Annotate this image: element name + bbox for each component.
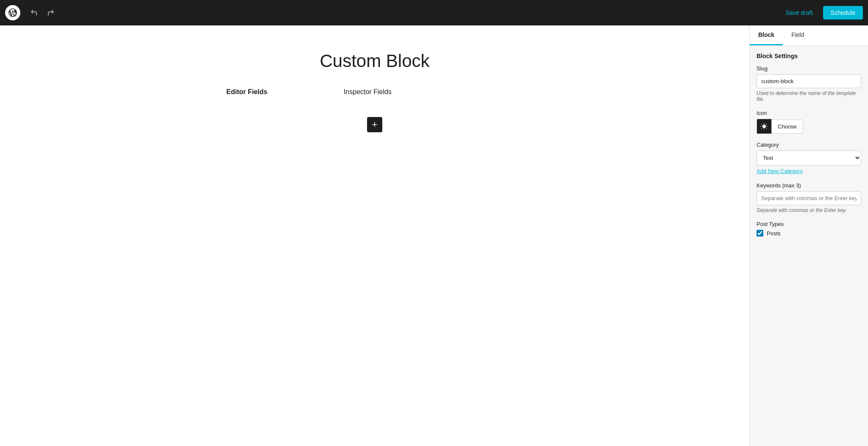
post-types-group: Post Types Posts	[757, 221, 861, 237]
add-block-button[interactable]: +	[367, 117, 382, 132]
posts-checkbox-row: Posts	[757, 230, 861, 237]
post-types-label: Post Types	[757, 221, 861, 227]
tab-field[interactable]: Field	[783, 25, 812, 45]
save-draft-button[interactable]: Save draft	[781, 7, 818, 19]
fields-row: Editor Fields Inspector Fields	[226, 88, 523, 96]
posts-checkbox-label: Posts	[767, 230, 781, 237]
editor-fields-label: Editor Fields	[226, 88, 267, 96]
sidebar-content: Block Settings Slug Used to determine th…	[750, 46, 868, 251]
icon-label: Icon	[757, 110, 861, 116]
icon-group: Icon Choose	[757, 110, 861, 134]
slug-label: Slug	[757, 65, 861, 72]
sidebar-tabs: Block Field	[750, 25, 868, 46]
posts-checkbox[interactable]	[757, 230, 763, 237]
category-group: Category Text Add New Category	[757, 142, 861, 175]
icon-choose-button[interactable]: Choose	[772, 120, 803, 134]
nav-buttons	[27, 6, 58, 20]
keywords-group: Keywords (max 3) Separate with commas or…	[757, 182, 861, 213]
icon-preview	[757, 119, 772, 134]
main-layout: Custom Block Editor Fields Inspector Fie…	[0, 25, 868, 446]
icon-row: Choose	[757, 119, 861, 134]
slug-hint: Used to determine the name of the templa…	[757, 90, 861, 102]
inspector-fields-label: Inspector Fields	[344, 88, 392, 96]
category-label: Category	[757, 142, 861, 148]
topbar: Save draft Schedule	[0, 0, 868, 25]
editor-area: Custom Block Editor Fields Inspector Fie…	[0, 25, 749, 446]
topbar-actions: Save draft Schedule	[781, 6, 863, 20]
undo-button[interactable]	[27, 6, 41, 20]
schedule-button[interactable]: Schedule	[823, 6, 863, 20]
redo-button[interactable]	[44, 6, 58, 20]
add-new-category-button[interactable]: Add New Category	[757, 168, 803, 174]
slug-input[interactable]	[757, 74, 861, 88]
keywords-hint: Separate with commas or the Enter key.	[757, 207, 861, 213]
tab-block[interactable]: Block	[750, 25, 783, 45]
wordpress-logo	[5, 5, 20, 20]
slug-group: Slug Used to determine the name of the t…	[757, 65, 861, 102]
block-title: Custom Block	[320, 51, 429, 71]
block-settings-title: Block Settings	[757, 53, 861, 59]
keywords-label: Keywords (max 3)	[757, 182, 861, 189]
keywords-input[interactable]	[757, 191, 861, 205]
category-select[interactable]: Text	[757, 151, 861, 165]
svg-point-0	[762, 125, 766, 128]
sidebar: Block Field Block Settings Slug Used to …	[749, 25, 868, 446]
